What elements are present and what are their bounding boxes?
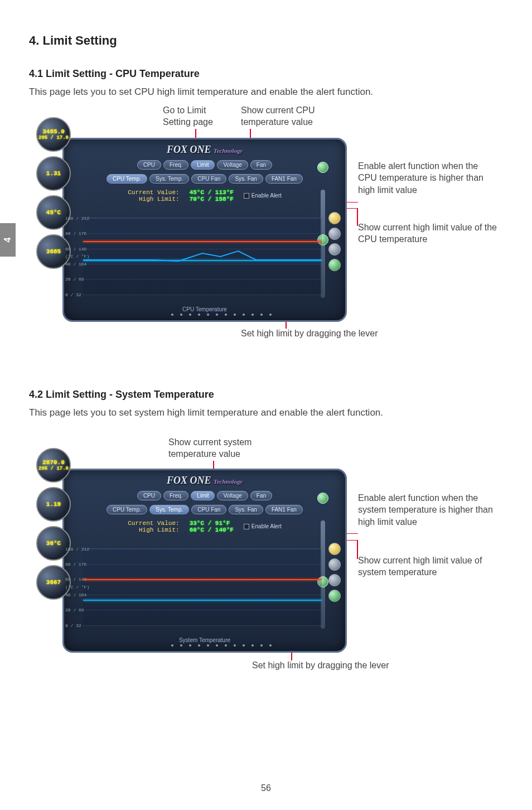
section-42-body: This page lets you to set system high li… [29,406,503,420]
orb-button[interactable] [328,543,341,555]
enable-alert-label: Enable Alert [252,523,282,529]
leader-line [357,540,358,559]
high-limit-value: 60°C / 140°F [190,527,234,533]
power-orb[interactable] [317,493,328,504]
callout-high-limit: Show current high limit value of the CPU… [358,221,497,245]
subtab-cpu-temp[interactable]: CPU Temp. [107,174,147,184]
orb-button[interactable] [328,574,341,586]
gauge-freq: 2870.0205 / 17.0 [36,448,71,483]
readout-row: Current Value: High Limit: 45°C / 113°F … [64,189,345,202]
ytick: 0 / 32 [65,292,81,297]
leader-line [357,208,358,226]
ytick: 20 / 68 [65,277,84,282]
main-tabs: CPU Freq. Limit Voltage Fan [64,160,345,170]
power-orb[interactable] [317,162,328,173]
tab-freq[interactable]: Freq. [163,491,188,500]
ytick: 20 / 68 [65,608,84,613]
temperature-trace [83,260,322,261]
gauge-freq: 3485.0205 / 17.0 [36,117,71,152]
high-limit-line [83,241,322,242]
page-title: 4. Limit Setting [29,33,503,48]
figure-42: Show current system temperature value En… [29,425,503,693]
high-limit-line [83,579,322,580]
orb-button[interactable] [328,590,341,602]
gauge-volt: 1.19 [36,487,71,522]
page-number: 56 [0,783,532,793]
subtab-sys-fan[interactable]: Sys. Fan [229,505,263,514]
readout-row: Current Value: High Limit: 33°C / 91°F 6… [64,520,345,533]
yaxis-label: (°C / °F) [65,585,89,590]
tab-freq[interactable]: Freq. [163,160,188,170]
chart-title: System Temperature [64,637,345,643]
pager-dots [131,644,312,648]
ytick: 0 / 32 [65,623,81,628]
orb-button[interactable] [328,243,341,255]
tab-fan[interactable]: Fan [250,160,272,170]
brand-title: FOX ONE Technology [64,139,345,156]
section-42-heading: 4.2 Limit Setting - System Temperature [29,389,503,401]
callout-show-current-cpu: Show current CPU temperature value [241,104,315,128]
callout-enable-alert-sys: Enable alert function when the system te… [358,492,497,528]
side-orbs [328,212,341,271]
subtab-fan1[interactable]: FAN1 Fan [265,174,303,184]
gauge-temp: 36°C [36,526,71,561]
current-value-label: Current Value: [128,189,179,196]
tab-fan[interactable]: Fan [250,491,272,500]
foxone-panel: 2870.0205 / 17.0 1.19 36°C 3667 FOX ONE … [62,469,347,653]
callout-enable-alert: Enable alert function when the CPU tempe… [358,160,497,196]
current-value: 45°C / 113°F [190,189,234,196]
tab-cpu[interactable]: CPU [137,491,161,500]
chart-title: CPU Temperature [64,306,345,312]
callout-set-lever-sys: Set high limit by dragging the lever [252,659,389,672]
chart-area: 100 / 212 80 / 176 60 / 140 (°C / °F) 40… [83,218,322,295]
gauge-temp: 45°C [36,195,71,230]
high-limit-label: High Limit: [128,196,179,202]
tab-limit[interactable]: Limit [191,160,215,170]
enable-alert-label: Enable Alert [252,192,282,199]
callout-go-to-limit: Go to Limit Setting page [163,104,213,128]
tab-cpu[interactable]: CPU [137,160,161,170]
chapter-tab: 4 [0,223,16,257]
subtab-sys-temp[interactable]: Sys. Temp. [149,505,189,514]
enable-alert-checkbox[interactable] [244,193,249,199]
current-value-label: Current Value: [128,520,179,527]
tab-voltage[interactable]: Voltage [217,491,248,500]
tab-limit[interactable]: Limit [191,491,215,500]
subtab-cpu-fan[interactable]: CPU Fan [191,505,226,514]
orb-button[interactable] [328,212,341,224]
enable-alert-checkbox[interactable] [244,524,249,529]
callout-set-lever: Set high limit by dragging the lever [241,327,378,340]
section-41-body: This page lets you to set CPU high limit… [29,85,503,99]
brand-title: FOX ONE Technology [64,470,345,486]
subtab-fan1[interactable]: FAN1 Fan [265,505,303,514]
tab-voltage[interactable]: Voltage [217,160,248,170]
high-limit-label: High Limit: [128,527,179,533]
temperature-trace [83,600,322,601]
subtab-cpu-temp[interactable]: CPU Temp. [107,505,147,514]
subtab-cpu-fan[interactable]: CPU Fan [191,174,226,184]
orb-button[interactable] [328,558,341,571]
foxone-panel: 3485.0205 / 17.0 1.31 45°C 3685 FOX ONE … [62,138,347,322]
sub-tabs: CPU Temp. Sys. Temp. CPU Fan Sys. Fan FA… [64,174,345,184]
callout-high-limit-sys: Show current high limit value of system … [358,555,497,578]
sub-tabs: CPU Temp. Sys. Temp. CPU Fan Sys. Fan FA… [64,505,345,514]
figure-41: Go to Limit Setting page Show current CP… [29,104,503,372]
current-value: 33°C / 91°F [190,520,234,527]
enable-alert-row[interactable]: Enable Alert [244,523,282,529]
enable-alert-row[interactable]: Enable Alert [244,192,282,199]
pager-dots [131,314,312,317]
gauge-volt: 1.31 [36,156,71,191]
high-limit-value: 70°C / 158°F [190,196,234,202]
subtab-sys-fan[interactable]: Sys. Fan [229,174,263,184]
orb-button[interactable] [328,228,341,240]
callout-show-current-sys: Show current system temperature value [168,436,252,460]
orb-button[interactable] [328,259,341,271]
main-tabs: CPU Freq. Limit Voltage Fan [64,491,345,500]
subtab-sys-temp[interactable]: Sys. Temp. [149,174,189,184]
section-41-heading: 4.1 Limit Setting - CPU Temperature [29,68,503,80]
chart-area: 100 / 212 80 / 176 60 / 140 (°C / °F) 40… [83,548,322,625]
side-orbs [328,543,341,602]
